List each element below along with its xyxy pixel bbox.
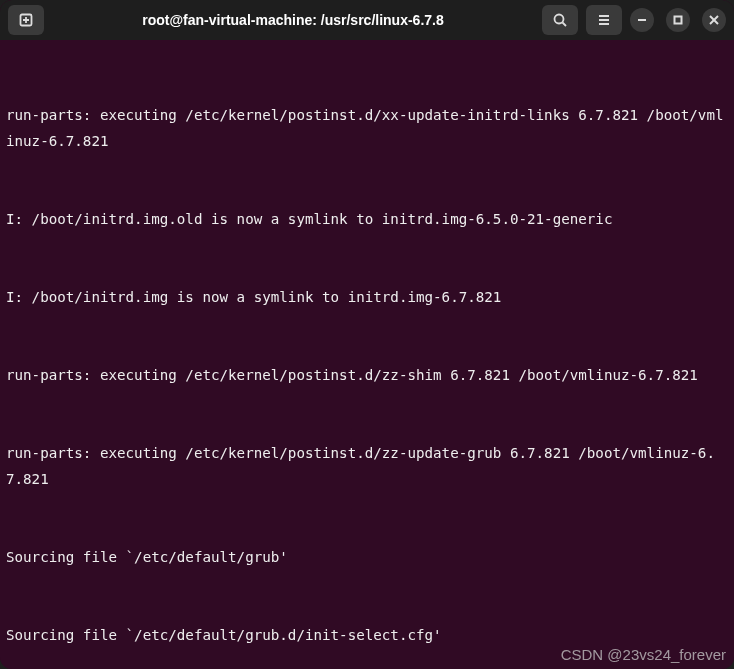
svg-line-4: [563, 23, 567, 27]
titlebar: root@fan-virtual-machine: /usr/src/linux…: [0, 0, 734, 40]
svg-rect-9: [675, 17, 682, 24]
search-button[interactable]: [542, 5, 578, 35]
window-title: root@fan-virtual-machine: /usr/src/linux…: [52, 12, 534, 28]
terminal-line: Sourcing file `/etc/default/grub': [6, 544, 728, 570]
terminal-line: Sourcing file `/etc/default/grub.d/init-…: [6, 622, 728, 648]
new-tab-icon: [18, 12, 34, 28]
terminal-line: run-parts: executing /etc/kernel/postins…: [6, 440, 728, 492]
close-button[interactable]: [702, 8, 726, 32]
close-icon: [709, 15, 719, 25]
hamburger-menu-button[interactable]: [586, 5, 622, 35]
terminal-line: I: /boot/initrd.img.old is now a symlink…: [6, 206, 728, 232]
new-tab-button[interactable]: [8, 5, 44, 35]
hamburger-icon: [596, 12, 612, 28]
terminal-line: run-parts: executing /etc/kernel/postins…: [6, 102, 728, 154]
minimize-icon: [637, 15, 647, 25]
search-icon: [552, 12, 568, 28]
terminal-line: run-parts: executing /etc/kernel/postins…: [6, 362, 728, 388]
terminal-window: root@fan-virtual-machine: /usr/src/linux…: [0, 0, 734, 669]
terminal-line: I: /boot/initrd.img is now a symlink to …: [6, 284, 728, 310]
svg-point-3: [555, 15, 564, 24]
window-controls: [630, 8, 726, 32]
terminal-body[interactable]: run-parts: executing /etc/kernel/postins…: [0, 40, 734, 669]
maximize-icon: [673, 15, 683, 25]
maximize-button[interactable]: [666, 8, 690, 32]
minimize-button[interactable]: [630, 8, 654, 32]
